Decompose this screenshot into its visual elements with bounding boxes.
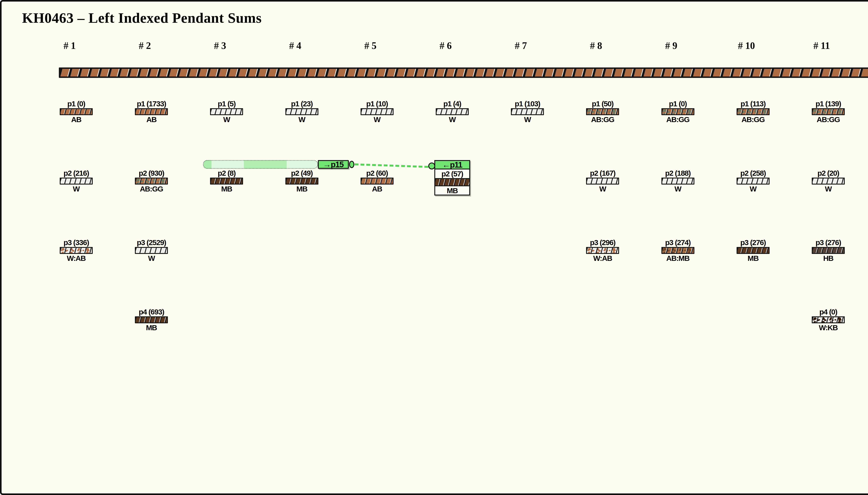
pendant-label: p1 (10) [361,99,394,108]
pendant-label: p2 (930) [135,169,168,177]
pendant-group: p3 (276)HB [812,238,845,262]
pendant-cord-swatch [737,177,770,185]
pendant-group: p3 (276)MB [737,238,770,262]
pendant-label: p3 (2529) [135,238,168,247]
column-header-4: # 4 [276,40,314,51]
pendant-cord-swatch [210,108,243,115]
forward-link-chip-p15[interactable]: →p15 [318,160,349,169]
pendant-color-code: AB:GG [661,115,694,123]
pendant-label: p3 (276) [737,238,770,247]
pendant-cord-swatch [60,177,93,185]
pendant-color-code: W [135,254,168,262]
pendant-cord-swatch [737,247,770,254]
pendant-label: p4 (693) [135,307,168,317]
pendant-group: p4 (693)MB [135,307,168,331]
pendant-cord-swatch [586,247,619,254]
pendant-label: p1 (0) [661,99,694,108]
pendant-label: p3 (296) [586,238,619,247]
pendant-cord-swatch [586,177,619,185]
pendant-cord-swatch [210,177,243,185]
diagram-title: KH0463 – Left Indexed Pendant Sums [22,10,262,26]
pendant-group: p3 (336)W:AB [60,238,93,262]
pendant-label: p2 (60) [361,169,394,177]
column-header-6: # 6 [427,40,465,51]
pendant-color-code: W [737,185,770,193]
pendant-group: p2 (167)W [586,169,619,193]
pendant-group: p3 (2529)W [135,238,168,262]
pendant-cord-swatch [435,178,469,186]
pendant-color-code: W [586,185,619,193]
pendant-color-code: W [361,115,394,123]
pendant-label: p1 (5) [210,99,243,108]
backlink-chip-p11[interactable]: ←p11 [435,161,469,169]
pendant-color-code: AB [361,185,394,193]
connector-endpoint-dot [428,163,435,169]
pendant-group: p1 (50)AB:GG [586,99,619,123]
pendant-color-code: AB:GG [586,115,619,123]
primary-cord-bar [59,67,868,78]
pendant-color-code: W [285,115,318,123]
pendant-label: p1 (1733) [135,99,168,108]
pendant-cord-swatch [361,108,394,115]
pendant-color-code: W [210,115,243,123]
pendant-group: p2 (8)MB [210,169,243,193]
pendant-group: p1 (139)AB:GG [812,99,845,123]
pendant-color-code: MB [737,254,770,262]
summed-pendant-box: ←p11p2 (57)MB [435,160,470,195]
pendant-cord-swatch [511,108,544,115]
pendant-color-code: W:KB [812,323,845,331]
pendant-group: p1 (10)W [361,99,394,123]
pendant-group: p1 (0)AB:GG [661,99,694,123]
pendant-cord-swatch [135,247,168,254]
pendant-label: p1 (23) [285,99,318,108]
pendant-label: p2 (216) [60,169,93,177]
pendant-group: p4 (0)W:KB [812,307,845,331]
highlight-span-bar [203,160,318,169]
pendant-color-code: AB [60,115,93,123]
pendant-group: p3 (274)AB:MB [661,238,694,262]
column-header-9: # 9 [652,40,690,51]
pendant-color-code: AB:GG [812,115,845,123]
pendant-label: p2 (188) [661,169,694,177]
pendant-cord-swatch [586,108,619,115]
pendant-group: p2 (60)AB [361,169,394,193]
pendant-group: p2 (49)MB [285,169,318,193]
pendant-group: p1 (103)W [511,99,544,123]
pendant-cord-swatch [436,108,469,115]
pendant-color-code: W [60,185,93,193]
column-header-1: # 1 [50,40,89,51]
pendant-cord-swatch [737,108,770,115]
connector-dotted-line [355,164,428,168]
connector-endpoint-dot [349,161,354,168]
pendant-cord-swatch [661,247,694,254]
pendant-cord-swatch [812,108,845,115]
pendant-label: p2 (258) [737,169,770,177]
pendant-label: p3 (276) [812,238,845,247]
column-header-10: # 10 [727,40,766,51]
pendant-group: p1 (0)AB [60,99,93,123]
pendant-cord-swatch [60,247,93,254]
pendant-label: p3 (274) [661,238,694,247]
pendant-label: p1 (103) [511,99,544,108]
pendant-label: p2 (57) [435,169,469,178]
pendant-group: p1 (4)W [436,99,469,123]
pendant-group: p1 (1733)AB [135,99,168,123]
pendant-label: p4 (0) [812,307,845,317]
column-header-11: # 11 [803,40,841,51]
pendant-label: p3 (336) [60,238,93,247]
pendant-color-code: HB [812,254,845,262]
pendant-color-code: W:AB [60,254,93,262]
pendant-color-code: AB:GG [135,185,168,193]
pendant-color-code: AB [135,115,168,123]
pendant-group: p2 (930)AB:GG [135,169,168,193]
pendant-color-code: W [436,115,469,123]
pendant-group: p1 (5)W [210,99,243,123]
pendant-label: p2 (20) [812,169,845,177]
column-header-5: # 5 [351,40,390,51]
pendant-cord-swatch [361,177,394,185]
pendant-label: p1 (50) [586,99,619,108]
column-header-8: # 8 [577,40,615,51]
pendant-cord-swatch [812,247,845,254]
pendant-cord-swatch [60,108,93,115]
pendant-color-code: W [661,185,694,193]
